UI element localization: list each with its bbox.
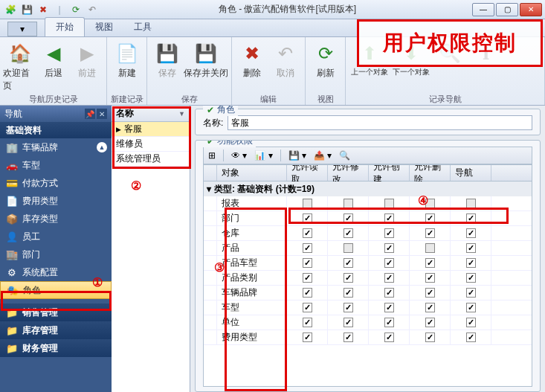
delete-button[interactable]: ✖删除 <box>235 39 268 92</box>
checkbox[interactable] <box>466 288 476 298</box>
nav-close-button[interactable]: ✕ <box>97 109 107 119</box>
sidebar-item-3[interactable]: 📄费用类型 <box>0 192 112 210</box>
perm-tb-export-icon[interactable]: 📤 ▾ <box>314 150 332 161</box>
sidebar-item-8[interactable]: 🎭角色 <box>0 281 112 299</box>
checkbox[interactable] <box>466 258 476 268</box>
sidebar-folder-1[interactable]: 📁库存管理 <box>0 321 112 339</box>
tab-start[interactable]: 开始 <box>45 17 85 36</box>
save-button[interactable]: 💾保存 <box>150 39 184 92</box>
minimize-button[interactable]: — <box>472 3 494 16</box>
checkbox[interactable] <box>344 199 353 208</box>
cancel-button[interactable]: ↶取消 <box>268 39 302 92</box>
ribbon-file-menu[interactable]: ▾ <box>7 22 37 36</box>
role-list-item[interactable]: 系统管理员 <box>112 152 190 167</box>
checkbox[interactable] <box>303 288 312 298</box>
th-delete[interactable]: 允许删除 <box>410 165 451 181</box>
checkbox[interactable] <box>303 332 312 342</box>
save-icon[interactable]: 💾 <box>21 4 33 16</box>
checkbox[interactable] <box>344 243 353 253</box>
checkbox[interactable] <box>466 243 476 253</box>
checkbox[interactable] <box>425 303 435 312</box>
maximize-button[interactable]: ▢ <box>496 3 518 16</box>
checkbox[interactable] <box>384 213 394 223</box>
checkbox[interactable] <box>384 199 394 208</box>
checkbox[interactable] <box>344 258 353 268</box>
role-list-header[interactable]: 名称 ▼ <box>112 106 190 122</box>
nav-collapse-icon[interactable]: ▲ <box>97 142 107 152</box>
name-input[interactable] <box>228 115 532 130</box>
checkbox[interactable] <box>425 228 435 238</box>
checkbox[interactable] <box>344 318 353 327</box>
refresh-button[interactable]: ⟳刷新 <box>309 39 342 92</box>
close-button[interactable]: ✕ <box>520 3 542 16</box>
checkbox[interactable] <box>425 288 435 298</box>
home-button[interactable]: 🏠欢迎首页 <box>3 39 36 92</box>
new-button[interactable]: 📄新建 <box>110 39 143 92</box>
nav-section-basic[interactable]: 基础资料 <box>0 122 112 138</box>
perm-tb-search-icon[interactable]: 🔍 <box>339 150 350 161</box>
th-nav[interactable]: 导航 <box>451 165 491 181</box>
checkbox[interactable] <box>344 273 353 283</box>
perm-tb-expand-icon[interactable]: ⊞ <box>208 150 216 161</box>
fts-button[interactable]: 🔍 <box>432 39 468 92</box>
checkbox[interactable] <box>303 243 312 253</box>
checkbox[interactable] <box>425 318 435 327</box>
th-modify[interactable]: 允许修改 <box>328 165 369 181</box>
next-obj-button[interactable]: ⬇下一个对象 <box>390 39 432 92</box>
checkbox[interactable] <box>303 228 312 238</box>
perm-group-row[interactable]: ▾ 类型: 基础资料 (计数=19) <box>204 181 532 196</box>
sidebar-folder-2[interactable]: 📁财务管理 <box>0 339 112 357</box>
checkbox[interactable] <box>384 273 394 283</box>
th-read[interactable]: 允许读取 <box>287 165 328 181</box>
checkbox[interactable] <box>466 318 476 327</box>
perm-tb-chart-icon[interactable]: 📊 ▾ <box>254 150 272 161</box>
saveclose-button[interactable]: 💾保存并关闭 <box>184 39 228 92</box>
sidebar-item-4[interactable]: 📦库存类型 <box>0 210 112 228</box>
checkbox[interactable] <box>425 258 435 268</box>
checkbox[interactable] <box>466 303 476 312</box>
checkbox[interactable] <box>303 273 312 283</box>
forward-button[interactable]: ▶前进 <box>70 39 103 92</box>
checkbox[interactable] <box>303 318 312 327</box>
checkbox[interactable] <box>344 288 353 298</box>
undo-icon[interactable]: ↶ <box>86 4 98 16</box>
checkbox[interactable] <box>425 243 435 253</box>
sidebar-folder-0[interactable]: 📁销售管理 <box>0 303 112 321</box>
sidebar-item-7[interactable]: ⚙系统配置 <box>0 263 112 281</box>
tab-view[interactable]: 视图 <box>85 18 123 36</box>
collapse-icon[interactable]: ▾ <box>207 184 211 194</box>
checkbox[interactable] <box>466 228 476 238</box>
nav-pin-button[interactable]: 📌 <box>85 109 95 119</box>
checkbox[interactable] <box>425 332 435 342</box>
checkbox[interactable] <box>384 303 394 312</box>
checkbox[interactable] <box>303 199 312 208</box>
sidebar-item-6[interactable]: 🏬部门 <box>0 245 112 263</box>
checkbox[interactable] <box>425 199 435 208</box>
checkbox[interactable] <box>466 273 476 283</box>
tab-tools[interactable]: 工具 <box>123 18 162 36</box>
checkbox[interactable] <box>384 318 394 327</box>
th-expand[interactable] <box>204 165 217 181</box>
checkbox[interactable] <box>303 258 312 268</box>
checkbox[interactable] <box>384 288 394 298</box>
role-list-item[interactable]: 维修员 <box>112 137 190 152</box>
th-object[interactable]: 对象 <box>217 165 287 181</box>
checkbox[interactable] <box>344 213 353 223</box>
role-list-item[interactable]: ▶客服 <box>112 122 190 137</box>
checkbox[interactable] <box>384 243 394 253</box>
back-button[interactable]: ◀后退 <box>36 39 70 92</box>
checkbox[interactable] <box>384 228 394 238</box>
version-button[interactable]: ℹ <box>468 39 503 92</box>
checkbox[interactable] <box>303 213 312 223</box>
checkbox[interactable] <box>303 303 312 312</box>
checkbox[interactable] <box>384 332 394 342</box>
checkbox[interactable] <box>344 303 353 312</box>
th-create[interactable]: 允许创建 <box>369 165 410 181</box>
checkbox[interactable] <box>344 228 353 238</box>
close-doc-icon[interactable]: ✖ <box>37 4 49 16</box>
checkbox[interactable] <box>425 213 435 223</box>
prev-obj-button[interactable]: ⬆上一个对象 <box>349 39 390 92</box>
checkbox[interactable] <box>466 332 476 342</box>
sidebar-item-2[interactable]: 💳付款方式 <box>0 174 112 192</box>
refresh-icon[interactable]: ⟳ <box>70 4 82 16</box>
